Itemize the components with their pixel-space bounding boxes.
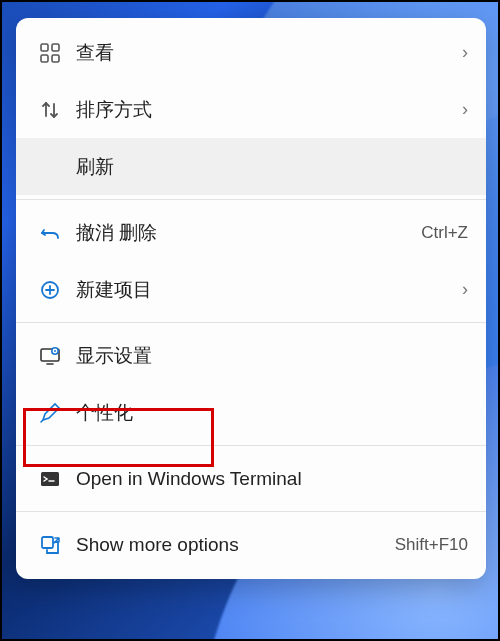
separator — [16, 322, 486, 323]
menu-item-sort[interactable]: 排序方式 › — [16, 81, 486, 138]
menu-label: 个性化 — [70, 400, 468, 426]
menu-item-undo[interactable]: 撤消 删除 Ctrl+Z — [16, 204, 486, 261]
svg-rect-9 — [42, 537, 53, 548]
view-icon — [30, 42, 70, 64]
menu-item-display-settings[interactable]: 显示设置 — [16, 327, 486, 384]
chevron-right-icon: › — [444, 42, 468, 63]
separator — [16, 199, 486, 200]
svg-point-7 — [54, 350, 56, 352]
personalize-icon — [30, 402, 70, 424]
menu-shortcut: Shift+F10 — [395, 535, 468, 555]
undo-icon — [30, 222, 70, 244]
svg-rect-3 — [52, 55, 59, 62]
display-settings-icon — [30, 345, 70, 367]
terminal-icon — [30, 468, 70, 490]
menu-shortcut: Ctrl+Z — [421, 223, 468, 243]
svg-rect-1 — [52, 44, 59, 51]
chevron-right-icon: › — [444, 279, 468, 300]
chevron-right-icon: › — [444, 99, 468, 120]
menu-label: 显示设置 — [70, 343, 468, 369]
menu-item-terminal[interactable]: Open in Windows Terminal — [16, 450, 486, 507]
sort-icon — [30, 99, 70, 121]
svg-rect-0 — [41, 44, 48, 51]
svg-rect-2 — [41, 55, 48, 62]
menu-label: 刷新 — [70, 154, 468, 180]
menu-item-new[interactable]: 新建项目 › — [16, 261, 486, 318]
menu-label: 排序方式 — [70, 97, 444, 123]
separator — [16, 511, 486, 512]
menu-item-more-options[interactable]: Show more options Shift+F10 — [16, 516, 486, 573]
menu-label: 撤消 删除 — [70, 220, 421, 246]
svg-rect-8 — [41, 472, 59, 486]
menu-label: Show more options — [70, 534, 395, 556]
menu-label: 新建项目 — [70, 277, 444, 303]
more-options-icon — [30, 534, 70, 556]
menu-label: 查看 — [70, 40, 444, 66]
menu-item-personalize[interactable]: 个性化 — [16, 384, 486, 441]
menu-item-view[interactable]: 查看 › — [16, 24, 486, 81]
new-icon — [30, 279, 70, 301]
menu-label: Open in Windows Terminal — [70, 468, 468, 490]
desktop-context-menu: 查看 › 排序方式 › 刷新 撤消 删除 Ctrl+Z — [16, 18, 486, 579]
menu-item-refresh[interactable]: 刷新 — [16, 138, 486, 195]
separator — [16, 445, 486, 446]
